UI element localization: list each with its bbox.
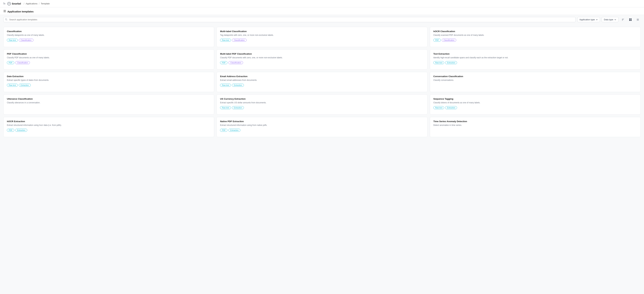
card-title: Email Address Extraction: [220, 75, 424, 78]
template-card[interactable]: Native PDF ExtractionExtract structured …: [216, 117, 427, 137]
template-card[interactable]: Date ExtractionExtract specific types of…: [3, 72, 214, 92]
nav-collapse-button[interactable]: [3, 2, 6, 6]
card-tags: Raw textExtraction: [7, 84, 211, 87]
card-title: Time Series Anomaly Detection: [433, 120, 637, 123]
template-card[interactable]: Utterance ClassificationClassify utteran…: [3, 94, 214, 114]
template-card[interactable]: Email Address ExtractionExtract email ad…: [216, 72, 427, 92]
application-type-filter[interactable]: Application type: [577, 17, 600, 22]
main-content: ClassificationClassify datapoints as one…: [0, 24, 644, 140]
card-description: Classify PDF documents as one of many la…: [7, 56, 211, 59]
card-description: Classify utterances in a conversation.: [7, 101, 211, 104]
logo[interactable]: Snorkel: [8, 2, 21, 6]
grid-view-button[interactable]: [628, 17, 633, 22]
chevron-down-icon-2: [614, 19, 616, 21]
svg-rect-12: [629, 18, 630, 20]
card-tags: Raw textExtraction: [220, 84, 424, 87]
template-card[interactable]: hOCR ExtractionExtract structured inform…: [3, 117, 214, 137]
card-title: Conversation Classification: [433, 75, 637, 78]
svg-rect-4: [4, 10, 6, 10]
card-title: US Currency Extraction: [220, 98, 424, 100]
tag-raw: Raw text: [220, 84, 231, 87]
svg-rect-5: [4, 11, 6, 11]
tag-extraction: Extraction: [228, 129, 240, 132]
svg-rect-6: [4, 12, 6, 12]
card-title: Multi-label Classification: [220, 30, 424, 32]
card-description: Extract email addresses from documents.: [220, 78, 424, 82]
tag-raw: Raw text: [220, 39, 231, 42]
tag-pdf: PDF: [7, 129, 14, 132]
template-card[interactable]: Time Series Anomaly DetectionDetect anom…: [430, 117, 641, 137]
tag-raw: Raw text: [7, 84, 18, 87]
tag-extraction: Extraction: [232, 84, 244, 87]
card-tags: Raw textClassification: [220, 39, 424, 42]
template-card[interactable]: US Currency ExtractionExtract specific U…: [216, 94, 427, 114]
card-tags: Raw textExtraction: [433, 106, 637, 109]
card-title: PDF Classification: [7, 52, 211, 55]
template-card[interactable]: Multi-label PDF ClassificationClassify P…: [216, 50, 427, 70]
template-card[interactable]: Text ExtractionIdentify high-recall cand…: [430, 50, 641, 70]
card-title: Multi-label PDF Classification: [220, 52, 424, 55]
card-tags: PDFClassification: [220, 61, 424, 64]
card-description: Extract structured information using hoc…: [7, 124, 211, 127]
tag-pdf: PDF: [433, 39, 441, 42]
svg-rect-0: [3, 2, 4, 3]
tag-extraction: Extraction: [19, 84, 31, 87]
chevron-down-icon: [596, 19, 598, 21]
svg-point-3: [8, 2, 10, 5]
card-tags: PDFClassification: [7, 61, 211, 64]
svg-rect-2: [3, 4, 6, 4]
template-card[interactable]: ClassificationClassify datapoints as one…: [3, 27, 214, 47]
tag-extraction: Extraction: [232, 106, 244, 109]
search-container: [3, 17, 576, 22]
tag-pdf: PDF: [220, 129, 228, 132]
card-description: Classify scanned PDF documents as one of…: [433, 34, 637, 36]
templates-grid: ClassificationClassify datapoints as one…: [3, 27, 641, 137]
svg-rect-13: [630, 18, 632, 20]
card-description: Tag datapoints with zero, one, or more n…: [220, 34, 424, 36]
tag-pdf: PDF: [220, 61, 228, 64]
tag-raw: Raw text: [433, 61, 444, 64]
card-description: Extract specific types of dates from doc…: [7, 78, 211, 82]
template-card[interactable]: PDF ClassificationClassify PDF documents…: [3, 50, 214, 70]
card-description: Classify datapoints as one of many label…: [7, 34, 211, 36]
search-icon: [5, 18, 8, 21]
card-tags: Raw textExtraction: [220, 106, 424, 109]
breadcrumb-applications[interactable]: Applications: [26, 2, 38, 5]
card-description: Classify PDF documents with zero, one, o…: [220, 56, 424, 59]
tag-classification: Classification: [15, 61, 30, 64]
card-description: Classify tokens of documents as one of m…: [433, 101, 637, 104]
template-card[interactable]: Conversation ClassificationClassify conv…: [430, 72, 641, 92]
card-tags: Raw textClassification: [7, 39, 211, 42]
template-card[interactable]: hOCR ClassificationClassify scanned PDF …: [430, 27, 641, 47]
breadcrumb-separator: /: [24, 2, 24, 5]
card-tags: Raw textExtraction: [433, 61, 637, 64]
tag-pdf: PDF: [7, 61, 14, 64]
tag-raw: Raw text: [7, 39, 18, 42]
tag-raw: Raw text: [433, 106, 444, 109]
card-description: Extract structured information using fro…: [220, 124, 424, 127]
card-title: Native PDF Extraction: [220, 120, 424, 123]
template-card[interactable]: Sequence TaggingClassify tokens of docum…: [430, 94, 641, 114]
list-view-button[interactable]: [635, 17, 641, 22]
template-card[interactable]: Multi-label ClassificationTag datapoints…: [216, 27, 427, 47]
page-title: Application templates: [8, 10, 34, 13]
search-input[interactable]: [3, 17, 576, 22]
card-description: Classify conversations.: [433, 78, 637, 82]
data-type-filter[interactable]: Data type: [602, 17, 618, 22]
breadcrumb-template: Template: [41, 2, 50, 5]
tag-classification: Classification: [19, 39, 34, 42]
topbar: Snorkel / Applications / Template: [0, 0, 644, 8]
card-description: Identify high-recall candidate spans and…: [433, 56, 637, 59]
svg-rect-14: [629, 20, 630, 21]
svg-point-7: [6, 18, 7, 20]
card-title: Sequence Tagging: [433, 98, 637, 100]
tag-raw: Raw text: [220, 106, 231, 109]
card-title: hOCR Extraction: [7, 120, 211, 123]
card-tags: PDFClassification: [433, 39, 637, 42]
svg-rect-1: [3, 3, 6, 4]
card-title: hOCR Classification: [433, 30, 637, 32]
sort-button[interactable]: [620, 17, 626, 22]
card-title: Utterance Classification: [7, 98, 211, 100]
page-header: Application templates: [0, 8, 644, 15]
card-tags: PDFExtraction: [220, 129, 424, 132]
